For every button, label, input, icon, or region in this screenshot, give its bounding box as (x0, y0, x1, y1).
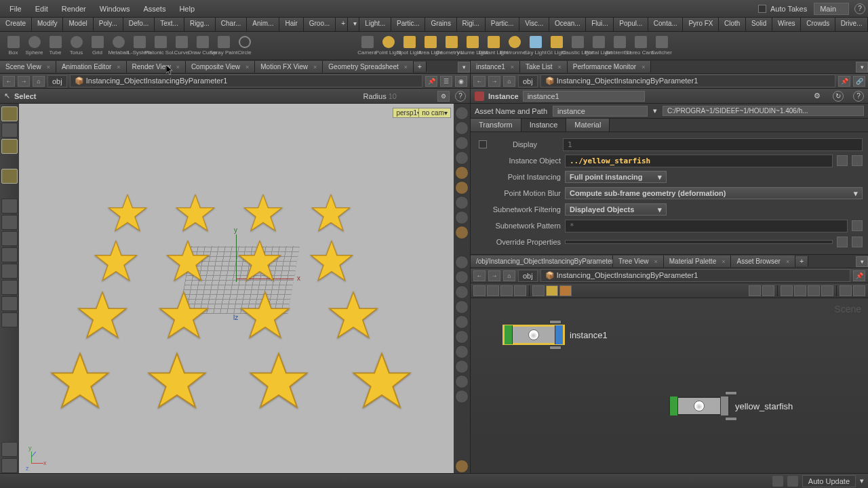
net-quickmark-icon[interactable] (532, 285, 545, 296)
tool-pointlight[interactable]: Point Light (378, 36, 399, 56)
net-layout-icon[interactable] (808, 285, 820, 296)
tool-icon[interactable] (1, 280, 18, 295)
shelf-tab-add[interactable]: + (336, 18, 348, 31)
menu-assets[interactable]: Assets (136, 2, 172, 16)
net-note-icon[interactable] (546, 285, 558, 296)
gear-icon[interactable]: ⚙ (814, 92, 823, 101)
help-icon[interactable]: ? (853, 91, 864, 102)
tool-icon[interactable] (1, 312, 18, 327)
tool-grid[interactable]: Grid (87, 36, 108, 56)
tab-render-view[interactable]: Render View× (127, 61, 186, 73)
net-layout-icon[interactable] (762, 285, 774, 296)
path-obj[interactable]: obj (518, 75, 538, 87)
tab-animation-editor[interactable]: Animation Editor× (56, 61, 127, 73)
shelf-tab[interactable]: Partic... (486, 18, 519, 31)
display-opt-icon[interactable] (455, 211, 469, 224)
shelf-tab[interactable]: Visc... (519, 18, 549, 31)
tool-switcher[interactable]: Switcher (651, 36, 672, 56)
render-icon[interactable]: ◉ (455, 76, 467, 87)
tab-geometry-spreadsheet[interactable]: Geometry Spreadsheet× (323, 61, 414, 73)
nav-home-icon[interactable]: ⌂ (503, 270, 515, 281)
move-tool-icon[interactable] (1, 123, 18, 138)
path-scene[interactable]: 📦 Instancing_ObjectInstancingByParameter… (540, 75, 835, 87)
pane-menu-icon[interactable]: ▾ (856, 62, 868, 73)
tool-torus[interactable]: Torus (66, 36, 87, 56)
shelf-tab[interactable]: Conta... (648, 18, 684, 31)
shelf-tab[interactable]: Defo... (123, 18, 155, 31)
tool-icon[interactable] (1, 247, 18, 262)
refresh-icon[interactable] (787, 476, 798, 487)
pin-icon[interactable]: 📌 (853, 270, 865, 281)
shelf-tab[interactable]: Grains (425, 18, 456, 31)
net-tree-icon[interactable] (500, 285, 513, 296)
asset-name-field[interactable]: instance (553, 106, 648, 117)
shelf-tab[interactable]: Create (0, 18, 32, 31)
tab-add[interactable]: + (414, 62, 427, 72)
menu-file[interactable]: File (3, 2, 28, 16)
status-icon[interactable] (772, 476, 783, 487)
tool-icon[interactable] (1, 458, 18, 473)
override-props-field[interactable] (565, 240, 833, 244)
display-opt-icon[interactable] (455, 181, 469, 195)
shelf-tab[interactable]: Flui... (586, 18, 614, 31)
display-value-field[interactable]: 1 (563, 138, 863, 151)
tab-motionfx-view[interactable]: Motion FX View× (255, 61, 323, 73)
pane-menu-icon[interactable]: ▾ (856, 256, 868, 267)
tool-box[interactable]: Box (3, 36, 24, 56)
nav-home-icon[interactable]: ⌂ (503, 76, 515, 87)
nav-fwd-icon[interactable]: → (488, 76, 500, 87)
help-icon[interactable]: ? (854, 3, 865, 14)
tool-envlight[interactable]: Environme.. (504, 36, 525, 56)
shelf-tab[interactable]: Anim... (247, 18, 279, 31)
rotate-tool-icon[interactable] (1, 139, 18, 154)
net-layout-icon[interactable] (794, 285, 806, 296)
tab-performance-monitor[interactable]: Performance Monitor× (568, 61, 652, 73)
shelf-tab[interactable]: Partic... (391, 18, 425, 31)
menu-edit[interactable]: Edit (28, 2, 55, 16)
node-yellow-starfish[interactable]: ◉ yellow_starfish (669, 396, 793, 415)
chooser-icon[interactable] (852, 220, 863, 231)
display-opt-icon[interactable] (455, 151, 469, 165)
shelf-tab[interactable]: Groo... (304, 18, 336, 31)
tab-material[interactable]: Material (566, 119, 610, 131)
open-chooser-icon[interactable] (837, 237, 848, 247)
tab-instance[interactable]: Instance (521, 119, 567, 131)
pane-menu-icon[interactable]: ▾ (458, 62, 470, 73)
net-grid-icon[interactable] (487, 285, 499, 296)
tool-spraypaint[interactable]: Spray Paint (213, 36, 234, 56)
tab-transform[interactable]: Transform (471, 119, 521, 131)
display-opt-icon[interactable] (455, 315, 469, 329)
tool-icon[interactable] (1, 199, 18, 214)
dropdown-icon[interactable]: ▾ (860, 476, 864, 485)
net-box-icon[interactable] (559, 285, 572, 296)
tool-metaball[interactable]: Metaball (108, 36, 129, 56)
path-scene[interactable]: 📦 Instancing_ObjectInstancingByParameter… (70, 75, 422, 87)
help-icon[interactable]: ? (455, 91, 466, 102)
tool-icon[interactable] (1, 215, 18, 230)
shelf-tab[interactable]: Pyro FX (683, 18, 719, 31)
shelf-tab[interactable]: Drive... (835, 18, 868, 31)
tab-asset-browser[interactable]: Asset Browser× (731, 256, 795, 267)
tab-network-path[interactable]: /obj/Instancing_ObjectInstancingByParame… (471, 256, 613, 267)
tool-camera[interactable]: Camera (357, 36, 378, 56)
opts-icon[interactable]: ⚙ (437, 91, 450, 102)
shelf-tab[interactable]: Modify (32, 18, 63, 31)
auto-update-toggle[interactable]: Auto Update (802, 475, 856, 487)
dropdown-icon[interactable]: ▾ (653, 106, 657, 115)
path-obj[interactable]: obj (518, 270, 538, 282)
nav-fwd-icon[interactable]: → (18, 76, 30, 87)
search-icon[interactable] (840, 285, 852, 296)
reload-icon[interactable]: ↻ (833, 91, 844, 102)
path-scene[interactable]: 📦 Instancing_ObjectInstancingByParameter… (540, 269, 850, 282)
nav-back-icon[interactable]: ← (3, 76, 15, 87)
tool-icon[interactable] (1, 296, 18, 311)
display-opt-icon[interactable] (455, 345, 469, 359)
nav-back-icon[interactable]: ← (473, 76, 486, 87)
nav-back-icon[interactable]: ← (473, 270, 486, 281)
tab-add[interactable]: + (795, 256, 808, 266)
jump-to-icon[interactable] (852, 155, 863, 166)
tab-composite-view[interactable]: Composite View× (186, 61, 255, 73)
menu-help[interactable]: Help (172, 2, 201, 16)
display-opt-icon[interactable] (455, 270, 469, 284)
shelf-tab[interactable]: Rigg... (184, 18, 216, 31)
